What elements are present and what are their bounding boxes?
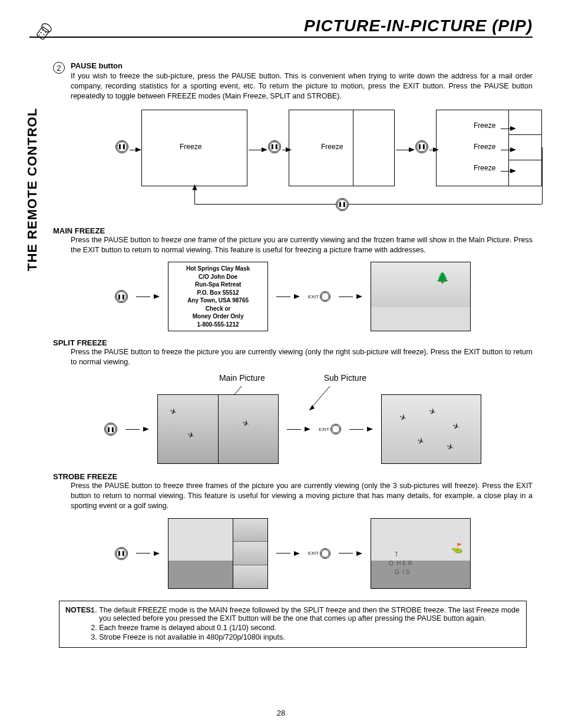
main-freeze-body: Press the PAUSE button to freeze one fra… (71, 235, 533, 255)
main-freeze-title: MAIN FREEZE (53, 226, 533, 235)
sub-picture-label: Sub Picture (324, 373, 366, 383)
scene-frame: T O H E R G I S ⛳ (371, 518, 471, 589)
svg-point-4 (40, 32, 42, 34)
strobe-main (168, 518, 233, 589)
pause-icon: ❚❚ (115, 290, 128, 303)
svg-marker-11 (309, 405, 315, 410)
freeze-label: Freeze (321, 143, 343, 151)
exit-icon: EXIT (308, 291, 330, 302)
brand-logo (29, 17, 59, 48)
scene-frame: 🌲 🌲 🌲 (371, 262, 471, 331)
note-item: The default FREEZE mode is the MAIN free… (99, 606, 520, 622)
freeze-cycle-diagram: Freeze Freeze Freeze Freeze Freeze ❚❚ (88, 110, 536, 210)
pause-icon: ❚❚ (268, 140, 281, 153)
split-freeze-body: Press the PAUSE button to freeze the pic… (71, 347, 533, 367)
svg-point-6 (38, 34, 40, 36)
page-number: 28 (0, 709, 562, 717)
section-tab: THE REMOTE CONTROL (25, 108, 40, 271)
pause-icon: ❚❚ (115, 547, 128, 560)
strobe-freeze-body: Press the PAUSE button to freeze three f… (71, 481, 533, 511)
note-item: Each freeze frame is delayed about 0.1 (… (99, 624, 520, 632)
note-item: Strobe Freeze is not available in 480p/7… (99, 633, 520, 641)
step-title: PAUSE button (71, 61, 533, 70)
freeze-label: Freeze (474, 143, 495, 151)
svg-rect-1 (37, 27, 49, 40)
svg-point-0 (40, 22, 53, 34)
step-body: If you wish to freeze the sub-picture, p… (71, 71, 533, 101)
notes-label: NOTES: (65, 606, 93, 614)
svg-point-7 (41, 37, 43, 38)
freeze-label: Freeze (474, 164, 495, 172)
exit-icon: EXIT (319, 424, 341, 434)
notes-box: NOTES: The default FREEZE mode is the MA… (59, 601, 527, 648)
strobe-freeze-title: STROBE FREEZE (53, 472, 533, 481)
page-title: PICTURE-IN-PICTURE (PIP) (29, 17, 533, 38)
exit-icon: EXIT (308, 548, 330, 559)
freeze-label: Freeze (180, 143, 201, 151)
pause-icon: ❚❚ (415, 140, 428, 153)
pause-icon: ❚❚ (336, 198, 349, 211)
main-picture-label: Main Picture (219, 373, 265, 383)
split-frame: ✈✈ ✈ (157, 394, 279, 464)
svg-point-5 (43, 34, 45, 35)
pause-icon: ❚❚ (115, 140, 128, 153)
pause-icon: ❚❚ (104, 423, 117, 436)
strobe-subframes (233, 518, 268, 589)
scene-frame: ✈ ✈ ✈ ✈ ✈ (381, 394, 481, 464)
address-frame: Hot Springs Clay Mask C/O John Doe Run-S… (168, 262, 268, 331)
main-freeze-figure: ❚❚ Hot Springs Clay Mask C/O John Doe Ru… (53, 262, 533, 331)
split-freeze-title: SPLIT FREEZE (53, 338, 533, 347)
strobe-freeze-figure: ❚❚ EXIT T O H E R G I S ⛳ (53, 518, 533, 589)
step-number: 2 (53, 62, 65, 74)
freeze-label: Freeze (474, 121, 495, 130)
